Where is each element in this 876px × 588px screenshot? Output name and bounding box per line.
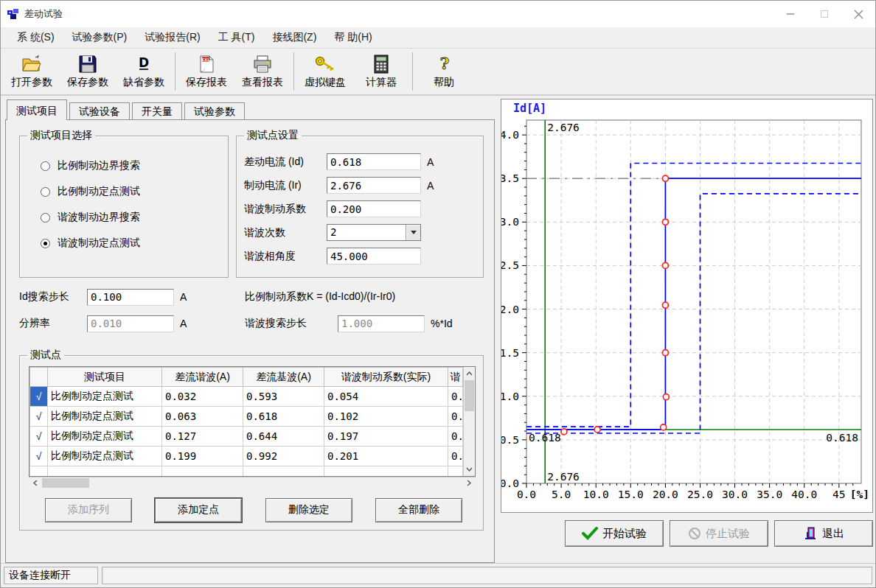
maximize-button[interactable] [807,1,841,27]
toolbar-button-calculator[interactable]: 计算器 [353,50,409,93]
cell-item[interactable]: 比例制动定点测试 [48,407,162,427]
row-check[interactable]: √ [30,427,48,447]
delete-selected-button[interactable]: 删除选定 [265,498,352,522]
tab-switch-quantity[interactable]: 开关量 [132,102,182,119]
button-label: 开始试验 [602,527,647,541]
cell-harmonic[interactable]: 0.032 [162,387,243,407]
harmonic-restraint-coeff-input[interactable] [327,200,421,217]
toolbar-button-help[interactable]: ? 帮助 [416,50,472,93]
cell-harmonic[interactable]: 0.063 [162,407,243,427]
column-header[interactable]: 谐波制动系数(实际) [324,368,448,387]
svg-text:20.0: 20.0 [653,489,678,500]
svg-text:3.0: 3.0 [501,216,519,228]
id-search-step-input[interactable] [87,289,174,306]
tab-test-items[interactable]: 测试项目 [7,99,67,120]
row-check-selected[interactable]: √ [30,387,48,407]
scroll-left-icon[interactable] [30,478,41,489]
column-header[interactable]: 差流基波(A) [243,368,324,387]
restraint-current-input[interactable] [327,177,421,194]
radio-label: 比例制动定点测试 [58,185,140,198]
menu-item-wiring-diagram[interactable]: 接线图(Z) [263,28,325,47]
svg-text:2.0: 2.0 [501,304,519,315]
cell-harmonic[interactable]: 0.199 [162,447,243,466]
menu-item-system[interactable]: 系 统(S) [8,28,63,47]
menu-item-test-parameters[interactable]: 试验参数(P) [63,28,136,47]
table-row[interactable]: √ 比例制动定点测试 0.199 0.992 0.201 0. [30,447,463,466]
radio-proportional-fixed-point-test[interactable]: 比例制动定点测试 [41,185,220,198]
vertical-scrollbar[interactable] [463,367,475,476]
menu-item-test-report[interactable]: 试验报告(R) [136,28,209,47]
cell-fundamental[interactable]: 0.593 [243,387,324,407]
cell-coeff[interactable]: 0.197 [324,427,448,447]
check-icon [582,527,598,540]
harmonic-order-select[interactable]: 2 [327,224,421,241]
toolbar-button-save-report[interactable]: EXL 保存报表 [178,50,234,93]
scroll-up-icon[interactable] [465,368,475,379]
unit-label: A [180,291,187,303]
cell-item[interactable]: 比例制动定点测试 [48,427,162,447]
toolbar-button-virtual-keyboard[interactable]: 虚拟键盘 [297,50,353,93]
toolbar-button-save-params[interactable]: 保存参数 [60,50,116,93]
toolbar-button-default-params[interactable]: D 缺省参数 [116,50,172,93]
cell-fundamental[interactable]: 0.644 [243,427,324,447]
row-check[interactable]: √ [30,447,48,466]
cell-coeff[interactable]: 0.102 [324,407,448,427]
cell-coeff[interactable]: 0.054 [324,387,448,407]
column-header[interactable]: 谐 [448,368,463,387]
radio-proportional-boundary-search[interactable]: 比例制动边界搜索 [41,159,220,172]
minimize-button[interactable] [774,1,807,27]
cell-extra[interactable]: 0. [448,387,463,407]
scroll-down-icon[interactable] [465,464,475,475]
table-row[interactable]: √ 比例制动定点测试 0.032 0.593 0.054 0. [30,387,463,407]
toolbar-button-view-report[interactable]: 查看报表 [234,50,291,93]
harmonic-phase-angle-input[interactable] [327,248,421,265]
radio-label: 比例制动边界搜索 [58,159,140,172]
scrollbar-thumb[interactable] [42,478,89,488]
menu-item-help[interactable]: 帮 助(H) [325,28,380,47]
menubar: 系 统(S) 试验参数(P) 试验报告(R) 工 具(T) 接线图(Z) 帮 助… [1,27,875,49]
horizontal-scrollbar[interactable] [29,477,476,489]
svg-text:EXL: EXL [201,57,210,62]
tab-test-equipment[interactable]: 试验设备 [69,102,130,119]
add-sequence-button: 添加序列 [45,498,132,522]
differential-current-input[interactable] [327,153,421,170]
radio-harmonic-boundary-search[interactable]: 谐波制动边界搜索 [41,211,220,224]
cell-coeff[interactable]: 0.201 [324,447,448,466]
status-text: 设备连接断开 [9,569,71,582]
svg-text:4.0: 4.0 [501,129,519,141]
add-point-button[interactable]: 添加定点 [155,498,242,522]
delete-all-button[interactable]: 全部删除 [375,498,462,522]
cell-extra[interactable]: 0. [448,407,463,427]
cell-fundamental[interactable]: 0.992 [243,447,324,466]
cell-item[interactable]: 比例制动定点测试 [48,447,162,466]
table-row[interactable]: √ 比例制动定点测试 0.063 0.618 0.102 0. [30,407,463,427]
toolbar-separator [293,52,294,91]
tab-test-parameters[interactable]: 试验参数 [184,102,245,119]
scrollbar-thumb[interactable] [465,380,474,411]
exit-button[interactable]: 退出 [774,520,873,547]
toolbar-label: 缺省参数 [123,76,164,89]
cell-extra[interactable]: 0. [448,447,463,466]
row-check[interactable]: √ [30,407,48,427]
column-header[interactable]: 差流谐波(A) [162,368,243,387]
scroll-right-icon[interactable] [464,478,474,489]
table-row[interactable]: √ 比例制动定点测试 0.127 0.644 0.197 0. [30,427,463,447]
harmonic-search-step-input [338,315,425,332]
cell-harmonic[interactable]: 0.127 [162,427,243,447]
field-label: 分辨率 [19,317,87,330]
unit-label: A [427,180,434,192]
cell-extra[interactable]: 0. [448,427,463,447]
svg-text:0.618: 0.618 [529,432,561,444]
start-test-button[interactable]: 开始试验 [565,520,664,547]
svg-text:3.5: 3.5 [501,172,519,184]
cell-fundamental[interactable]: 0.618 [243,407,324,427]
cell-item[interactable]: 比例制动定点测试 [48,387,162,407]
toolbar-button-open-params[interactable]: 打开参数 [4,50,60,93]
menu-item-tools[interactable]: 工 具(T) [209,28,264,47]
test-points-group: 测试点 测试项目 差流谐波(A) [19,349,484,531]
column-header[interactable]: 测试项目 [48,368,162,387]
chevron-down-icon[interactable] [406,225,420,240]
close-button[interactable] [841,1,875,27]
unit-label: A [427,156,434,168]
radio-harmonic-fixed-point-test[interactable]: 谐波制动定点测试 [41,237,220,250]
